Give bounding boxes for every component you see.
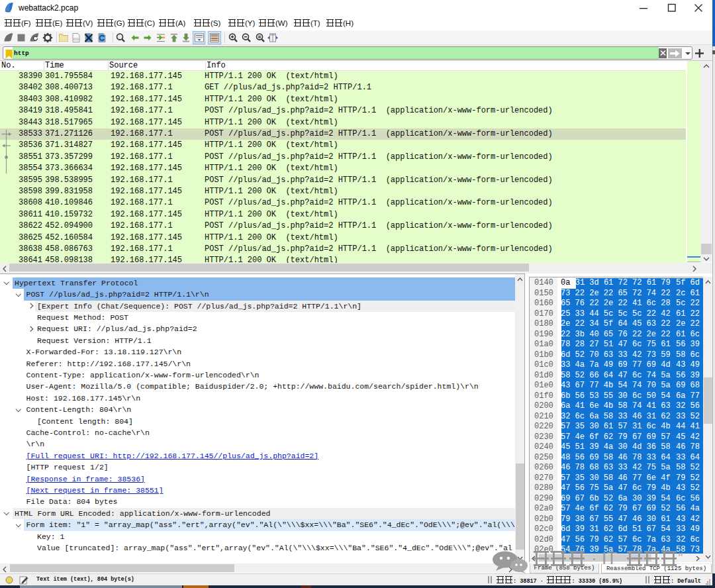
svg-text:010: 010: [73, 38, 79, 41]
